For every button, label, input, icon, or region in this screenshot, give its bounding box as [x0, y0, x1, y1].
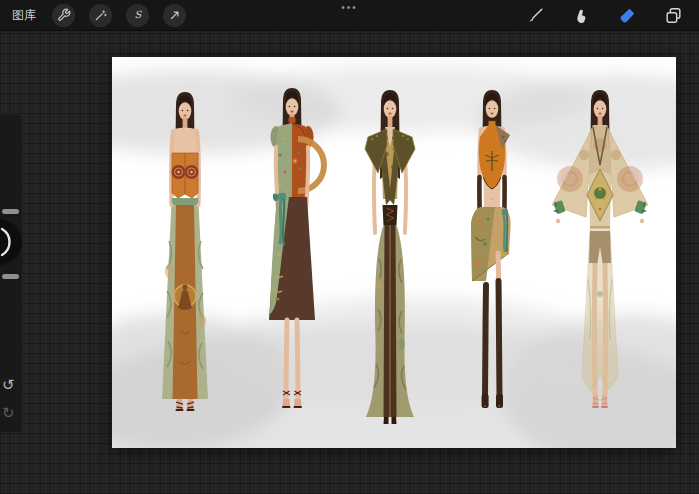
layers-button[interactable] [663, 5, 683, 25]
modify-button[interactable] [0, 219, 22, 265]
undo-button[interactable]: ↺ [2, 377, 15, 392]
multitask-handle[interactable]: ••• [335, 1, 364, 14]
actions-button[interactable] [52, 4, 75, 27]
drawing-canvas[interactable] [112, 57, 676, 448]
top-toolbar: 图库 S [0, 0, 699, 31]
opacity-slider[interactable] [2, 274, 19, 279]
brush-button[interactable] [525, 5, 545, 25]
sidebar: ↺ ↻ [0, 115, 22, 432]
right-tool-group [525, 0, 683, 30]
wrench-icon [57, 8, 71, 22]
eraser-icon [618, 6, 637, 25]
app-background: 图库 S [0, 0, 699, 494]
smudge-finger-icon [572, 6, 591, 25]
brush-size-slider[interactable] [2, 209, 19, 214]
layers-icon [664, 6, 683, 25]
transform-arrow-icon [168, 8, 182, 22]
transform-button[interactable] [163, 4, 186, 27]
gallery-button[interactable]: 图库 [8, 5, 40, 26]
artwork [112, 57, 676, 448]
selection-s-icon: S [131, 8, 145, 22]
magic-wand-icon [94, 8, 108, 22]
redo-button[interactable]: ↻ [2, 405, 15, 420]
selection-button[interactable]: S [126, 4, 149, 27]
eraser-button[interactable] [617, 5, 637, 25]
brush-icon [526, 6, 545, 25]
adjustments-button[interactable] [89, 4, 112, 27]
left-tool-group: S [52, 4, 186, 27]
modify-ring-icon [0, 219, 22, 265]
svg-text:S: S [134, 9, 142, 20]
smudge-button[interactable] [571, 5, 591, 25]
